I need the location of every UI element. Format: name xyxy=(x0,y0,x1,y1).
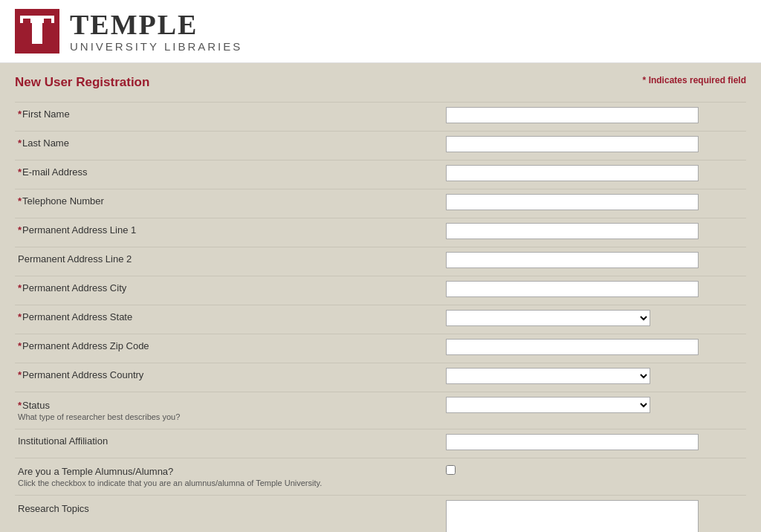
last-name-label: *Last Name xyxy=(15,134,446,149)
university-subtitle: UNIVERSITY LIBRARIES xyxy=(70,40,242,53)
telephone-row: *Telephone Number xyxy=(15,189,746,213)
city-input-wrapper xyxy=(446,279,746,297)
first-name-star: * xyxy=(18,108,22,120)
alumni-checkbox[interactable] xyxy=(446,465,456,475)
status-select[interactable] xyxy=(446,397,650,413)
city-label: *Permanent Address City xyxy=(15,279,446,293)
zip-input-wrapper xyxy=(446,337,746,355)
alumni-input-wrapper xyxy=(446,461,746,475)
svg-rect-3 xyxy=(23,19,30,25)
last-name-input-wrapper xyxy=(446,134,746,152)
telephone-star: * xyxy=(18,195,22,207)
addr1-input-wrapper xyxy=(446,221,746,239)
telephone-label: *Telephone Number xyxy=(15,192,446,207)
email-input-wrapper xyxy=(446,163,746,181)
required-note-text: Indicates required field xyxy=(649,75,746,85)
page-header: TEMPLE UNIVERSITY LIBRARIES xyxy=(0,0,761,63)
city-row: *Permanent Address City xyxy=(15,276,746,300)
zip-input[interactable] xyxy=(446,339,699,355)
city-star: * xyxy=(18,282,22,293)
alumni-sublabel: Click the checkbox to indicate that you … xyxy=(18,479,446,487)
zip-row: *Permanent Address Zip Code xyxy=(15,334,746,358)
email-row: *E-mail Address xyxy=(15,160,746,184)
required-note: * Indicates required field xyxy=(643,75,746,85)
email-input[interactable] xyxy=(446,165,699,181)
last-name-row: *Last Name xyxy=(15,131,746,155)
temple-logo-icon xyxy=(16,10,59,53)
state-label: *Permanent Address State xyxy=(15,308,446,322)
required-star: * xyxy=(643,75,647,85)
research-topics-label: Research Topics xyxy=(15,499,446,514)
zip-label: *Permanent Address Zip Code xyxy=(15,337,446,351)
alumni-row: Are you a Temple Alumnus/Alumna? Click t… xyxy=(15,458,746,490)
last-name-star: * xyxy=(18,137,22,149)
addr1-input[interactable] xyxy=(446,223,699,239)
state-row: *Permanent Address State xyxy=(15,305,746,329)
status-input-wrapper xyxy=(446,395,746,413)
addr1-row: *Permanent Address Line 1 xyxy=(15,218,746,242)
addr2-label: Permanent Address Line 2 xyxy=(15,250,446,265)
status-sublabel: What type of researcher best describes y… xyxy=(18,412,446,421)
state-input-wrapper xyxy=(446,308,746,326)
zip-star: * xyxy=(18,340,22,351)
country-star: * xyxy=(18,369,22,380)
last-name-input[interactable] xyxy=(446,136,699,152)
form-title: New User Registration xyxy=(15,75,149,90)
first-name-input[interactable] xyxy=(446,107,699,123)
state-select[interactable] xyxy=(446,310,650,326)
country-select[interactable] xyxy=(446,368,650,384)
research-topics-row: Research Topics xyxy=(15,495,746,532)
affiliation-input[interactable] xyxy=(446,434,699,450)
form-header: New User Registration * Indicates requir… xyxy=(15,75,746,90)
addr1-label: *Permanent Address Line 1 xyxy=(15,221,446,236)
addr2-input[interactable] xyxy=(446,252,699,268)
research-topics-textarea[interactable] xyxy=(446,500,699,532)
state-star: * xyxy=(18,311,22,322)
addr1-star: * xyxy=(18,224,22,236)
addr2-input-wrapper xyxy=(446,250,746,268)
registration-form-container: New User Registration * Indicates requir… xyxy=(0,63,761,532)
city-input[interactable] xyxy=(446,281,699,297)
alumni-label: Are you a Temple Alumnus/Alumna? Click t… xyxy=(15,461,446,487)
first-name-input-wrapper xyxy=(446,106,746,123)
status-label: *Status What type of researcher best des… xyxy=(15,395,446,421)
telephone-input-wrapper xyxy=(446,192,746,210)
temple-logo-box xyxy=(15,9,59,53)
country-label: *Permanent Address Country xyxy=(15,366,446,380)
research-topics-input-wrapper xyxy=(446,499,746,532)
status-row: *Status What type of researcher best des… xyxy=(15,392,746,424)
first-name-row: *First Name xyxy=(15,102,746,126)
svg-rect-4 xyxy=(44,19,51,25)
affiliation-row: Institutional Affiliation xyxy=(15,429,746,453)
first-name-label: *First Name xyxy=(15,106,446,120)
country-input-wrapper xyxy=(446,366,746,384)
country-row: *Permanent Address Country xyxy=(15,363,746,387)
svg-rect-2 xyxy=(32,16,42,44)
affiliation-input-wrapper xyxy=(446,432,746,450)
telephone-input[interactable] xyxy=(446,194,699,210)
email-label: *E-mail Address xyxy=(15,163,446,178)
affiliation-label: Institutional Affiliation xyxy=(15,432,446,447)
status-star: * xyxy=(18,400,22,411)
addr2-row: Permanent Address Line 2 xyxy=(15,247,746,271)
logo-text: TEMPLE UNIVERSITY LIBRARIES xyxy=(70,10,242,53)
email-star: * xyxy=(18,166,22,178)
university-name: TEMPLE xyxy=(70,10,242,39)
